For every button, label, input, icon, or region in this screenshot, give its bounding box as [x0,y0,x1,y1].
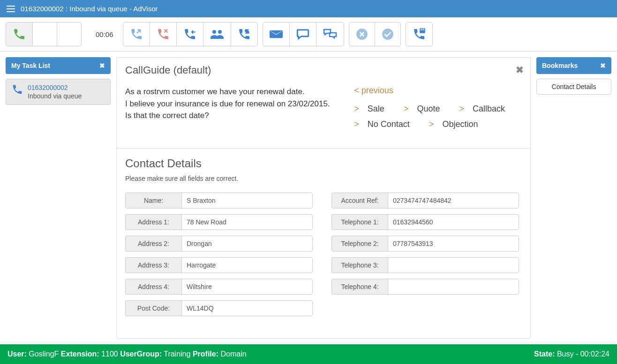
nav-nocontact[interactable]: >No Contact [354,119,418,129]
label-tel3: Telephone 3: [331,257,388,273]
nav-objection[interactable]: >Objection [429,119,487,129]
label-addr2: Address 2: [125,236,181,252]
svg-point-0 [212,30,216,34]
nav-previous[interactable]: < previous [354,86,522,96]
redial-button[interactable] [231,22,258,46]
status-ext-value: 1100 [101,350,118,358]
bookmarks-header: Bookmarks ✖ [536,57,611,74]
input-name[interactable] [181,193,313,208]
menu-icon[interactable] [7,6,15,12]
status-pf-label: Profile: [193,350,218,358]
svg-rect-4 [420,28,425,33]
blank-button-1[interactable] [33,22,57,46]
end-call-button[interactable] [150,22,177,46]
close-icon[interactable]: ✖ [99,62,105,69]
input-telephone-2[interactable] [388,236,519,252]
input-addr2[interactable] [181,236,313,252]
title-bar: 01632000002 : Inbound via queue - AdViso… [0,0,617,17]
input-telephone-4[interactable] [388,279,519,295]
bookmarks-title: Bookmarks [542,62,578,69]
guide-nav: < previous >Sale >Quote >Callback >No Co… [354,86,522,135]
email-button[interactable] [263,22,290,46]
cancel-button[interactable] [349,22,375,46]
phone-icon [12,84,23,95]
label-tel1: Telephone 1: [331,214,388,230]
blank-button-2[interactable] [57,22,82,46]
confirm-button[interactable] [375,22,401,46]
task-list-header: My Task List ✖ [6,57,111,74]
contact-details-sub: Please make sure all fields are correct. [125,175,522,182]
task-item[interactable]: 01632000002 Inbound via queue [6,79,111,105]
chats-button[interactable] [316,22,344,46]
outbound-call-button[interactable] [123,22,150,46]
toolbar: 00:06 [0,17,617,52]
label-tel4: Telephone 4: [331,279,388,295]
input-account-ref[interactable] [388,193,519,208]
close-icon[interactable]: ✖ [516,64,524,75]
status-bar: User: GoslingF Extension: 1100 UserGroup… [0,344,617,364]
bookmark-contact-details[interactable]: Contact Details [536,79,611,95]
nav-callback[interactable]: >Callback [459,104,513,113]
contact-details-heading: Contact Details [125,157,522,170]
svg-point-1 [218,30,222,34]
input-telephone-1[interactable] [388,214,519,230]
nav-quote[interactable]: >Quote [404,104,449,113]
status-ext-label: Extension: [61,350,99,358]
main-area: My Task List ✖ 01632000002 Inbound via q… [0,52,617,344]
status-user-value: GoslingF [29,350,59,358]
label-post: Post Code: [125,300,181,316]
call-timer: 00:06 [96,30,113,38]
close-icon[interactable]: ✖ [600,62,606,69]
status-state-value: Busy - 00:02:24 [557,350,609,358]
label-acct: Account Ref: [331,193,388,208]
label-name: Name: [125,193,181,208]
input-telephone-3[interactable] [388,257,519,273]
input-postcode[interactable] [181,300,313,316]
window-title: 01632000002 : Inbound via queue - AdViso… [21,5,158,13]
status-pf-value: Domain [220,350,246,358]
input-addr1[interactable] [181,214,313,230]
status-ug-value: Training [164,350,190,358]
transfer-call-button[interactable] [177,22,203,46]
chat-button[interactable] [290,22,316,46]
schedule-call-button[interactable] [406,22,433,46]
status-state-label: State: [534,350,555,358]
task-sub: Inbound via queue [28,92,82,100]
label-addr1: Address 1: [125,214,181,230]
answer-call-button[interactable] [6,22,33,46]
conference-button[interactable] [203,22,231,46]
nav-sale[interactable]: >Sale [354,104,393,113]
label-tel2: Telephone 2: [331,236,388,252]
task-number: 01632000002 [28,84,82,91]
guide-title: CallGuide (default) [125,64,522,76]
status-user-label: User: [8,350,27,358]
input-addr4[interactable] [181,279,313,295]
label-addr4: Address 4: [125,279,181,295]
status-ug-label: UserGroup: [120,350,162,358]
svg-point-3 [382,29,393,40]
label-addr3: Address 3: [125,257,181,273]
script-text: As a rostrvm customer we have your renew… [125,86,330,122]
task-list-title: My Task List [11,62,50,69]
input-addr3[interactable] [181,257,313,273]
